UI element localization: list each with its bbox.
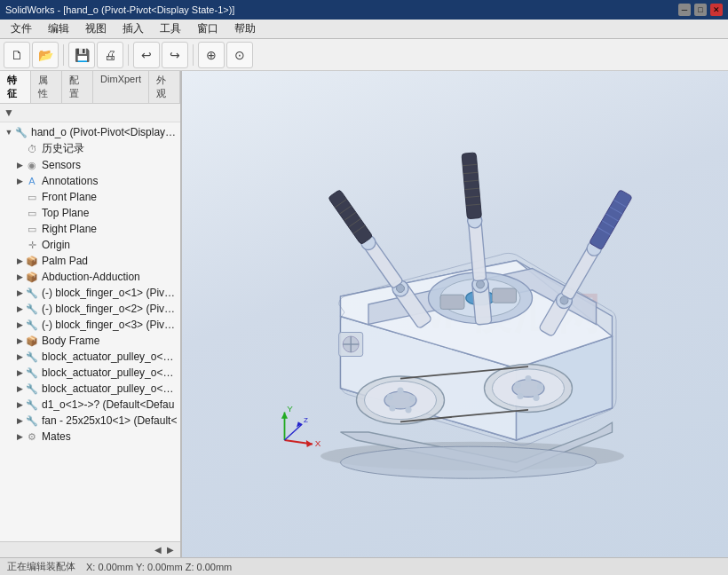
- tree-icon-9: 📦: [25, 270, 39, 284]
- tree-expand-18[interactable]: ▶: [14, 414, 25, 428]
- menu-item-编辑[interactable]: 编辑: [41, 20, 76, 38]
- tree-expand-3[interactable]: ▶: [14, 174, 25, 188]
- rotate-btn[interactable]: ⊕: [198, 42, 225, 68]
- tree-item-1[interactable]: ⏱历史记录: [0, 140, 180, 157]
- filter-icon: ▼: [4, 106, 14, 119]
- tree-item-12[interactable]: ▶🔧(-) block_finger_o<3> (Pivot-Piv: [0, 317, 180, 333]
- tree-expand-6: [14, 222, 25, 236]
- tree-expand-2[interactable]: ▶: [14, 158, 25, 172]
- menu-bar: 文件编辑视图插入工具窗口帮助: [0, 20, 728, 39]
- print-btn[interactable]: 🖨: [97, 42, 123, 68]
- minimize-button[interactable]: ─: [678, 4, 691, 16]
- panel-tab-2[interactable]: 配置: [62, 71, 93, 103]
- tree-item-17[interactable]: ▶🔧d1_o<1>->? (Default<Defau: [0, 397, 180, 413]
- save-btn[interactable]: 💾: [68, 42, 95, 68]
- tree-label-15: block_actuator_pulley_o<2> (I: [42, 366, 178, 379]
- tree-expand-14[interactable]: ▶: [14, 350, 25, 364]
- menu-item-视图[interactable]: 视图: [78, 20, 114, 38]
- tree-item-10[interactable]: ▶🔧(-) block_finger_o<1> (Pivot-F: [0, 285, 180, 301]
- tree-item-3[interactable]: ▶AAnnotations: [0, 173, 180, 189]
- panel-tab-1[interactable]: 属性: [31, 71, 62, 103]
- open-btn[interactable]: 📂: [32, 42, 59, 68]
- menu-item-工具[interactable]: 工具: [153, 20, 188, 38]
- tree-label-17: d1_o<1>->? (Default<Defau: [42, 398, 174, 411]
- panel-tab-3[interactable]: DimXpert: [93, 71, 149, 103]
- svg-rect-48: [590, 190, 633, 250]
- tree-item-16[interactable]: ▶🔧block_actuator_pulley_o<3> (I: [0, 381, 180, 397]
- scroll-left[interactable]: ◀: [152, 545, 164, 555]
- title-text: SolidWorks - [hand_o (Pivot-Pivot<Displa…: [5, 4, 234, 15]
- panel-tab-4[interactable]: 外观: [149, 71, 180, 103]
- tree-item-6[interactable]: ▭Right Plane: [0, 221, 180, 237]
- svg-point-8: [409, 396, 415, 402]
- menu-item-窗口[interactable]: 窗口: [190, 20, 226, 38]
- tree-icon-15: 🔧: [25, 366, 39, 380]
- svg-rect-55: [493, 288, 517, 303]
- svg-line-67: [285, 424, 303, 440]
- svg-rect-54: [440, 295, 464, 309]
- zoom-btn[interactable]: ⊙: [226, 42, 253, 68]
- tree-icon-1: ⏱: [25, 142, 39, 156]
- tree-item-18[interactable]: ▶🔧fan - 25x25x10<1> (Default<: [0, 413, 180, 429]
- scroll-right[interactable]: ▶: [164, 545, 177, 555]
- tree-item-19[interactable]: ▶⚙Mates: [0, 429, 180, 445]
- tree-label-13: Body Frame: [42, 335, 99, 347]
- svg-point-60: [341, 446, 597, 478]
- svg-point-33: [476, 280, 485, 289]
- tree-expand-17[interactable]: ▶: [14, 398, 25, 412]
- tree-item-5[interactable]: ▭Top Plane: [0, 205, 180, 221]
- tree-expand-10[interactable]: ▶: [14, 286, 25, 300]
- tree-item-7[interactable]: ✛Origin: [0, 237, 180, 253]
- tree-expand-15[interactable]: ▶: [14, 366, 25, 380]
- svg-point-12: [525, 375, 531, 382]
- toolbar: 🗋📂💾🖨↩↪⊕⊙: [0, 39, 728, 71]
- feature-tree[interactable]: ▼🔧hand_o (Pivot-Pivot<Display Stat⏱历史记录▶…: [0, 122, 180, 541]
- tree-label-18: fan - 25x25x10<1> (Default<: [42, 414, 177, 427]
- tree-expand-13[interactable]: ▶: [14, 334, 25, 348]
- tree-label-7: Origin: [42, 239, 70, 251]
- filter-bar: ▼: [0, 104, 180, 122]
- tree-item-13[interactable]: ▶📦Body Frame: [0, 333, 180, 349]
- tree-expand-11[interactable]: ▶: [14, 302, 25, 316]
- tree-item-0[interactable]: ▼🔧hand_o (Pivot-Pivot<Display Stat: [0, 124, 180, 140]
- menu-item-插入[interactable]: 插入: [115, 20, 151, 38]
- tree-icon-14: 🔧: [25, 350, 39, 364]
- tree-label-16: block_actuator_pulley_o<3> (I: [42, 382, 178, 395]
- svg-text:X: X: [315, 438, 321, 448]
- tree-item-15[interactable]: ▶🔧block_actuator_pulley_o<2> (I: [0, 365, 180, 381]
- panel-tab-0[interactable]: 特征: [0, 71, 31, 103]
- tree-icon-6: ▭: [25, 222, 39, 236]
- tree-expand-9[interactable]: ▶: [14, 270, 25, 284]
- new-btn[interactable]: 🗋: [4, 42, 30, 68]
- tree-item-8[interactable]: ▶📦Palm Pad: [0, 253, 180, 269]
- tree-label-14: block_actuator_pulley_o<1> (I: [42, 351, 178, 363]
- tree-expand-1: [14, 142, 25, 156]
- tree-expand-16[interactable]: ▶: [14, 382, 25, 396]
- maximize-button[interactable]: □: [694, 4, 707, 16]
- tree-label-12: (-) block_finger_o<3> (Pivot-Piv: [42, 319, 178, 331]
- menu-item-文件[interactable]: 文件: [4, 20, 39, 38]
- tree-expand-8[interactable]: ▶: [14, 254, 25, 268]
- tree-item-2[interactable]: ▶◉Sensors: [0, 157, 180, 173]
- tree-expand-19[interactable]: ▶: [14, 429, 25, 444]
- menu-item-帮助[interactable]: 帮助: [227, 20, 263, 38]
- panel-bottom: ◀ ▶: [0, 541, 180, 557]
- tree-icon-11: 🔧: [25, 302, 39, 316]
- close-button[interactable]: ✕: [710, 4, 723, 16]
- viewport[interactable]: M 模汇网: [182, 71, 728, 557]
- redo-btn[interactable]: ↪: [162, 42, 188, 68]
- tree-expand-12[interactable]: ▶: [14, 318, 25, 332]
- tree-icon-10: 🔧: [25, 286, 39, 300]
- tree-item-14[interactable]: ▶🔧block_actuator_pulley_o<1> (I: [0, 349, 180, 365]
- tree-icon-0: 🔧: [14, 125, 28, 139]
- tree-icon-17: 🔧: [25, 398, 39, 412]
- tree-label-9: Abduction-Adduction: [42, 271, 140, 283]
- tree-expand-0[interactable]: ▼: [4, 125, 14, 139]
- main-area: 特征属性配置DimXpert外观 ▼ ▼🔧hand_o (Pivot-Pivot…: [0, 71, 728, 557]
- tree-item-11[interactable]: ▶🔧(-) block_finger_o<2> (Pivot-F: [0, 301, 180, 317]
- tree-item-4[interactable]: ▭Front Plane: [0, 189, 180, 205]
- tree-label-19: Mates: [42, 430, 71, 443]
- undo-btn[interactable]: ↩: [133, 42, 160, 68]
- tree-icon-5: ▭: [25, 206, 39, 220]
- tree-item-9[interactable]: ▶📦Abduction-Adduction: [0, 269, 180, 285]
